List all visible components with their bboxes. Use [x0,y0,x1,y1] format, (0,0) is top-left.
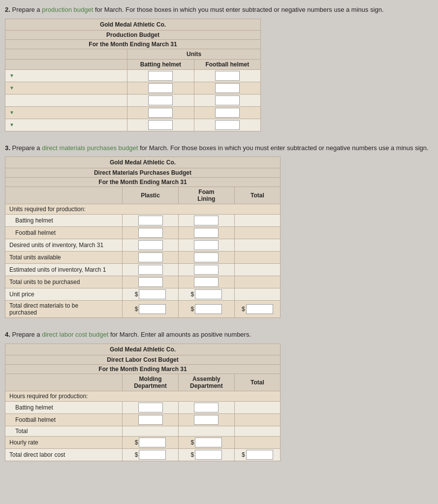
dropdown-arrow-icon[interactable]: ▼ [9,122,14,127]
dollar-sign-5: $ [242,306,245,313]
dm-unitprice-plastic-input[interactable] [139,289,166,299]
dropdown-arrow-icon[interactable]: ▼ [9,73,14,78]
row2-dropdown[interactable]: ▼ [9,85,124,91]
dm-company-row: Gold Medal Athletic Co. [5,157,281,168]
row1-col1-field[interactable] [149,71,172,80]
dl-football-assembly-input[interactable] [194,415,219,425]
dl-hourlyrate-assembly-input[interactable] [195,438,222,447]
table-row: Batting helmet [5,401,281,413]
dm-desired-plastic-input[interactable] [138,240,163,250]
dollar-sign-9: $ [191,451,194,458]
table-row: Hours required for production: [5,391,281,401]
dm-batting-foam-input[interactable] [194,216,219,225]
question-4-block: 4. Prepare a direct labor cost budget fo… [5,330,433,461]
row1-col2-input[interactable] [215,71,240,81]
table-row: Unit price $ $ [5,288,281,301]
dm-football-label: Football helmet [5,227,123,239]
dl-batting-assembly-input[interactable] [194,403,219,412]
table-subtitle: For the Month Ending March 31 [5,39,261,49]
dollar-sign-2: $ [191,291,194,298]
dl-title-row: Direct Labor Cost Budget [5,355,281,364]
row1-col2-field[interactable] [216,71,239,80]
table-row: ▼ [5,69,261,82]
question-4-intro: 4. Prepare a direct labor cost budget fo… [5,330,433,340]
row2-col2-input[interactable] [215,83,240,93]
dl-totallabor-total-input[interactable] [246,450,273,460]
row2-col1-field[interactable] [149,84,172,93]
dl-hourlyrate-molding-input[interactable] [139,438,166,447]
dm-totalavail-foam-input[interactable] [194,252,219,262]
table-row: ▼ [5,106,261,119]
row2-col2-field[interactable] [216,84,239,93]
dm-estimated-plastic-input[interactable] [138,265,163,275]
dl-col1-header: MoldingDepartment [123,374,179,391]
row2-col1-input[interactable] [148,83,173,93]
dl-totallabor-molding-input[interactable] [139,450,166,460]
dm-football-foam-input[interactable] [194,228,219,238]
production-budget-table: Gold Medal Athletic Co. Production Budge… [5,19,261,131]
dl-col-header-row: MoldingDepartment AssemblyDepartment Tot… [5,374,281,391]
dm-tobepurchased-plastic-input[interactable] [138,277,163,287]
units-header: Units [127,49,261,59]
dm-football-plastic-input[interactable] [138,228,163,238]
direct-materials-link[interactable]: direct materials purchases budget [42,144,138,152]
dl-batting-molding-input[interactable] [138,403,163,412]
dm-subtitle: For the Month Ending March 31 [5,178,281,187]
row3-col2-field[interactable] [216,96,239,105]
dl-col2-header: AssemblyDepartment [178,374,234,391]
row4-col1-field[interactable] [149,108,172,117]
dollar-sign-3: $ [135,306,138,313]
row4-dropdown[interactable]: ▼ [9,110,124,115]
dl-totallabor-assembly-input[interactable] [195,450,222,460]
dm-tobepurchased-foam-input[interactable] [194,277,219,287]
row5-col2-input[interactable] [215,120,240,130]
dm-unitprice-foam-input[interactable] [195,289,222,299]
row4-col2-input[interactable] [215,108,240,118]
dm-company-name: Gold Medal Athletic Co. [5,157,281,168]
row5-col2-field[interactable] [216,121,239,129]
dm-totalmat-foam-input[interactable] [195,304,222,314]
dl-football-molding-input[interactable] [138,415,163,425]
table-row: Total units available [5,252,281,264]
dm-totalmat-total-input[interactable] [246,304,273,314]
row4-col2-field[interactable] [216,108,239,117]
dm-estimated-foam-input[interactable] [194,265,219,275]
row5-dropdown[interactable]: ▼ [9,122,124,127]
dropdown-arrow-icon[interactable]: ▼ [9,85,14,91]
row3-col1-input[interactable] [148,95,173,105]
dropdown-arrow-icon[interactable]: ▼ [9,110,14,115]
dollar-sign-1: $ [135,291,138,298]
row3-col1-field[interactable] [149,96,172,105]
dm-subtitle-row: For the Month Ending March 31 [5,178,281,187]
row1-dropdown[interactable]: ▼ [9,73,124,78]
row1-col1-input[interactable] [148,71,173,81]
question-2-intro: 2. Prepare a production budget for March… [5,5,433,15]
table-row [5,94,261,106]
question-2-block: 2. Prepare a production budget for March… [5,5,433,131]
dm-batting-plastic-input[interactable] [138,216,163,225]
row5-col1-input[interactable] [148,120,173,130]
dl-col3-header: Total [234,374,280,391]
dm-totalavail-plastic-input[interactable] [138,252,163,262]
table-row: Total [5,426,281,436]
dl-hourlyrate-label: Hourly rate [5,436,123,448]
dm-totalmat-plastic-input[interactable] [139,304,166,314]
table-title-row: Production Budget [5,30,261,39]
direct-materials-table: Gold Medal Athletic Co. Direct Materials… [5,157,281,318]
row4-col1-input[interactable] [148,108,173,118]
dm-title: Direct Materials Purchases Budget [5,168,281,178]
direct-labor-link[interactable]: direct labor cost budget [42,331,108,338]
dm-desired-foam-input[interactable] [194,240,219,250]
row3-col2-input[interactable] [215,95,240,105]
dm-title-row: Direct Materials Purchases Budget [5,168,281,178]
dm-batting-label: Batting helmet [5,215,123,227]
dm-total-avail-label: Total units available [5,252,123,264]
question-3-number: 3. [5,144,10,152]
row5-col1-field[interactable] [149,121,172,129]
dl-totallaborcost-label: Total direct labor cost [5,448,123,461]
table-row: Football helmet [5,413,281,426]
units-header-row: Units [5,49,261,59]
table-row: Units required for production: [5,204,281,215]
table-row: Batting helmet [5,215,281,227]
production-budget-link[interactable]: production budget [42,6,93,13]
